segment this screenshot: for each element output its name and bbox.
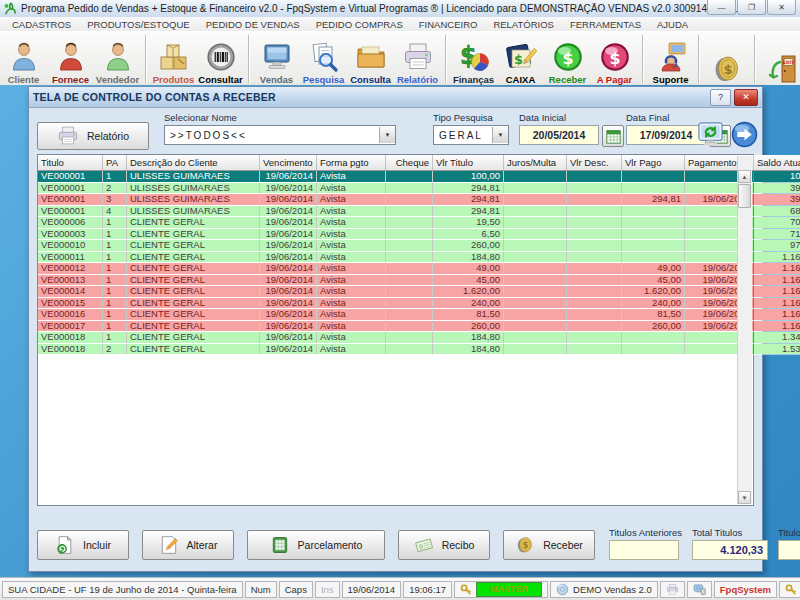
i-printer <box>402 41 434 73</box>
relatorio-button[interactable]: Relatório <box>37 122 149 150</box>
toolbar-button-relatorio[interactable]: Relatório <box>394 32 441 86</box>
menu-item-produtos-estoque[interactable]: PRODUTOS/ESTOQUE <box>79 19 198 30</box>
scroll-down-icon[interactable]: ▼ <box>738 491 751 504</box>
i-folder <box>355 41 387 73</box>
application-window: Programa Pedido de Vendas + Estoque & Fi… <box>0 0 800 600</box>
menu-item-ajuda[interactable]: AJUDA <box>649 19 696 30</box>
contas-a-receber-window: TELA DE CONTROLE DO CONTAS A RECEBER ? ✕… <box>28 86 763 572</box>
column-header[interactable]: PA <box>103 155 127 171</box>
receber-button[interactable]: Receber <box>503 530 595 560</box>
search-type-dropdown[interactable]: GERAL ▼ <box>433 125 509 145</box>
toolbar-separator <box>248 35 249 83</box>
toolbar-button-cliente[interactable]: Cliente <box>0 32 47 86</box>
toolbar-button-produtos[interactable]: Produtos <box>150 32 197 86</box>
status-location: SUA CIDADE - UF 19 de Junho de 2014 - Qu… <box>2 581 243 598</box>
search-type-group: Tipo Pesquisa GERAL ▼ <box>433 112 509 145</box>
refresh-button[interactable] <box>695 120 725 148</box>
column-header[interactable]: Vlr Titulo <box>433 155 504 171</box>
table-row[interactable]: VE0000171CLIENTE GERAL19/06/2014Avista26… <box>38 320 800 332</box>
date-end-field[interactable]: 17/09/2014 <box>626 125 706 145</box>
column-header[interactable]: Descrição do Cliente <box>127 155 260 171</box>
table-row[interactable]: VE0000141CLIENTE GERAL19/06/2014Avista1.… <box>38 286 800 298</box>
alterar-button[interactable]: Alterar <box>142 530 234 560</box>
toolbar-button-receber[interactable]: Receber <box>544 32 591 86</box>
panel-help-button[interactable]: ? <box>710 89 731 106</box>
column-header[interactable]: Vencimento <box>260 155 317 171</box>
column-header[interactable]: Saldo Atual <box>754 155 800 171</box>
date-start-field[interactable]: 20/05/2014 <box>519 125 599 145</box>
i-coin <box>515 535 535 555</box>
total-titles-field: 4.120,33 <box>692 540 768 560</box>
select-name-dropdown[interactable]: >>TODOS<< ▼ <box>164 125 396 145</box>
toolbar-button-consulta[interactable]: Consulta <box>347 32 394 86</box>
table-row[interactable]: VE0000031CLIENTE GERAL19/06/2014Avista6,… <box>38 228 800 240</box>
restore-button[interactable]: ❐ <box>737 0 766 15</box>
toolbar-button-consultar[interactable]: Consultar <box>197 32 244 86</box>
status-date: 19/06/2014 <box>342 581 402 598</box>
table-row[interactable]: VE0000061CLIENTE GERAL19/06/2014Avista19… <box>38 217 800 229</box>
toolbar-button-financas[interactable]: Finanças <box>450 32 497 86</box>
column-header[interactable]: Vlr Pago <box>622 155 685 171</box>
menu-item-pedido-compras[interactable]: PEDIDO COMPRAS <box>308 19 411 30</box>
column-header[interactable]: Cheque <box>386 155 433 171</box>
column-header[interactable]: Juros/Multa <box>504 155 567 171</box>
i-exit <box>767 53 799 85</box>
toolbar-button-pesquisa[interactable]: Pesquisa <box>300 32 347 86</box>
toolbar-button-sair[interactable] <box>759 32 800 86</box>
column-header[interactable]: Vlr Desc. <box>567 155 622 171</box>
select-name-label: Selecionar Nome <box>164 112 396 123</box>
status-printer-button[interactable] <box>660 581 685 598</box>
scrollbar-thumb[interactable] <box>738 184 751 208</box>
i-ball-green <box>552 41 584 73</box>
printer-icon <box>57 125 79 147</box>
table-row[interactable]: VE0000012ULISSES GUIMARAES19/06/2014Avis… <box>38 182 800 194</box>
table-row[interactable]: VE0000182CLIENTE GERAL19/06/2014Avista18… <box>38 343 800 355</box>
chevron-down-icon[interactable]: ▼ <box>379 127 395 143</box>
scroll-up-icon[interactable]: ▲ <box>738 170 751 183</box>
table-row[interactable]: VE0000013ULISSES GUIMARAES19/06/2014Avis… <box>38 194 800 206</box>
status-key-button[interactable] <box>779 581 800 598</box>
recibo-button[interactable]: Recibo <box>398 530 490 560</box>
toolbar-button-fornece[interactable]: Fornece <box>47 32 94 86</box>
toolbar-button-a-pagar[interactable]: A Pagar <box>591 32 638 86</box>
go-button[interactable] <box>729 120 759 148</box>
parcelamento-button[interactable]: Parcelamento <box>247 530 385 560</box>
column-header[interactable]: Titulo <box>38 155 103 171</box>
incluir-button[interactable]: Incluir <box>37 530 129 560</box>
table-row[interactable]: VE0000121CLIENTE GERAL19/06/2014Avista49… <box>38 263 800 275</box>
menu-item-financeiro[interactable]: FINANCEIRO <box>411 19 486 30</box>
vertical-scrollbar[interactable]: ▲ ▼ <box>737 156 752 504</box>
table-row[interactable]: VE0000161CLIENTE GERAL19/06/2014Avista81… <box>38 309 800 321</box>
table-row[interactable]: VE0000151CLIENTE GERAL19/06/2014Avista24… <box>38 297 800 309</box>
paid-titles-label: Titulos Pagos <box>778 527 800 538</box>
menu-item-ferramentas[interactable]: FERRAMENTAS <box>562 19 649 30</box>
mdi-background: TELA DE CONTROLE DO CONTAS A RECEBER ? ✕… <box>0 85 800 577</box>
i-person-green <box>102 41 134 73</box>
table-row[interactable]: VE0000014ULISSES GUIMARAES19/06/2014Avis… <box>38 205 800 217</box>
computer-icon <box>693 583 706 596</box>
menu-item-relat-rios[interactable]: RELATÓRIOS <box>485 19 562 30</box>
table-row[interactable]: VE0000111CLIENTE GERAL19/06/2014Avista18… <box>38 251 800 263</box>
table-row[interactable]: VE0000181CLIENTE GERAL19/06/2014Avista18… <box>38 332 800 344</box>
status-computer-button[interactable] <box>687 581 712 598</box>
panel-close-button[interactable]: ✕ <box>734 89 758 106</box>
table-row[interactable]: VE0000011ULISSES GUIMARAES19/06/2014Avis… <box>38 171 800 183</box>
i-support <box>655 41 687 73</box>
toolbar-button-vendedor[interactable]: Vendedor <box>94 32 141 86</box>
table-row[interactable]: VE0000131CLIENTE GERAL19/06/2014Avista45… <box>38 274 800 286</box>
date-start-calendar-button[interactable] <box>602 125 624 147</box>
toolbar-button-moeda[interactable] <box>703 32 750 86</box>
refresh-icon <box>697 121 724 148</box>
menu-item-cadastros[interactable]: CADASTROS <box>4 19 79 30</box>
toolbar-button-caixa[interactable]: CAIXA <box>497 32 544 86</box>
toolbar-button-suporte[interactable]: Suporte <box>647 32 694 86</box>
menu-bar: CADASTROSPRODUTOS/ESTOQUEPEDIDO DE VENDA… <box>0 17 800 31</box>
minimize-button[interactable]: — <box>707 0 736 15</box>
toolbar-button-vendas[interactable]: Vendas <box>253 32 300 86</box>
menu-item-pedido-de-vendas[interactable]: PEDIDO DE VENDAS <box>198 19 308 30</box>
table-row[interactable]: VE0000101CLIENTE GERAL19/06/2014Avista26… <box>38 240 800 252</box>
i-doc-plus <box>55 535 75 555</box>
close-button[interactable]: ✕ <box>767 0 796 15</box>
chevron-down-icon[interactable]: ▼ <box>492 127 508 143</box>
column-header[interactable]: Forma pgto <box>317 155 386 171</box>
